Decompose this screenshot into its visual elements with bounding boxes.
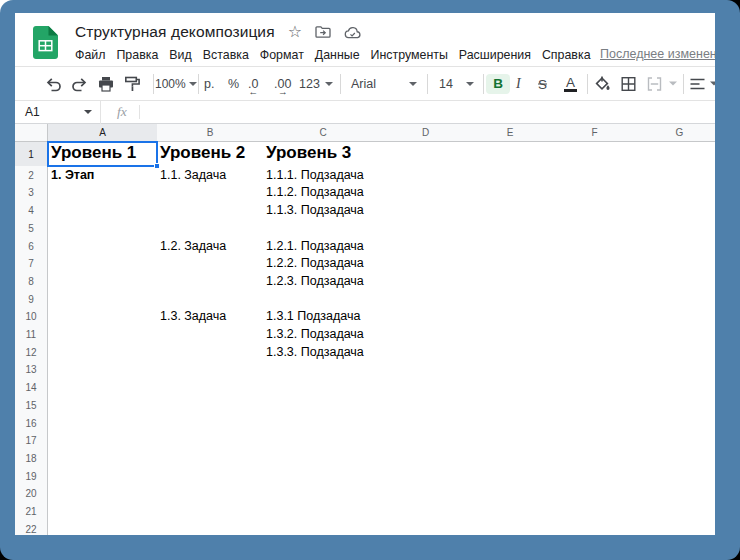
cell-G9[interactable]: [637, 290, 715, 309]
cell-B22[interactable]: [157, 520, 264, 535]
cell-F8[interactable]: [552, 272, 638, 291]
cell-B8[interactable]: [157, 272, 264, 291]
cell-E4[interactable]: [468, 201, 553, 220]
menu-8[interactable]: Расширения: [459, 48, 531, 62]
cell-A13[interactable]: [48, 361, 158, 379]
cell-D18[interactable]: [383, 449, 469, 468]
cell-A22[interactable]: [48, 520, 158, 535]
cell-A11[interactable]: [48, 325, 158, 344]
column-header-F[interactable]: F: [552, 124, 638, 142]
cell-G4[interactable]: [637, 201, 715, 220]
cell-G7[interactable]: [637, 255, 715, 273]
cell-A4[interactable]: [48, 201, 158, 220]
increase-decimals-button[interactable]: .00→: [274, 77, 291, 91]
cell-D21[interactable]: [383, 502, 469, 521]
cell-G20[interactable]: [637, 485, 715, 503]
cell-G3[interactable]: [637, 184, 715, 202]
cell-B21[interactable]: [157, 502, 264, 521]
cell-C5[interactable]: [263, 219, 384, 238]
cell-D8[interactable]: [383, 272, 469, 291]
undo-button[interactable]: [45, 76, 63, 92]
cell-E2[interactable]: [468, 166, 553, 185]
cell-E19[interactable]: [468, 467, 553, 486]
cell-C13[interactable]: [263, 361, 384, 379]
cell-F15[interactable]: [552, 396, 638, 415]
cell-E20[interactable]: [468, 485, 553, 503]
cell-G19[interactable]: [637, 467, 715, 486]
cell-F13[interactable]: [552, 361, 638, 379]
cell-E21[interactable]: [468, 502, 553, 521]
row-header-6[interactable]: 6: [15, 237, 48, 256]
cell-B14[interactable]: [157, 378, 264, 397]
cell-A8[interactable]: [48, 272, 158, 291]
cell-E10[interactable]: [468, 308, 553, 326]
cell-E18[interactable]: [468, 449, 553, 468]
cell-G14[interactable]: [637, 378, 715, 397]
cell-B7[interactable]: [157, 255, 264, 273]
cell-E7[interactable]: [468, 255, 553, 273]
column-header-E[interactable]: E: [468, 124, 553, 142]
cell-F22[interactable]: [552, 520, 638, 535]
cell-A17[interactable]: [48, 432, 158, 450]
cell-D4[interactable]: [383, 201, 469, 220]
row-header-10[interactable]: 10: [15, 308, 48, 326]
row-header-7[interactable]: 7: [15, 255, 48, 273]
cell-C20[interactable]: [263, 485, 384, 503]
cell-E9[interactable]: [468, 290, 553, 309]
format-currency-button[interactable]: р.: [204, 77, 214, 91]
cell-A14[interactable]: [48, 378, 158, 397]
number-format-button[interactable]: 123: [299, 77, 333, 91]
column-header-G[interactable]: G: [637, 124, 715, 142]
decrease-decimals-button[interactable]: .0←: [248, 77, 258, 91]
cell-A16[interactable]: [48, 414, 158, 433]
zoom-select[interactable]: 100%: [155, 77, 197, 91]
cell-E8[interactable]: [468, 272, 553, 291]
cell-B16[interactable]: [157, 414, 264, 433]
menu-1[interactable]: Файл: [75, 48, 105, 62]
cell-D15[interactable]: [383, 396, 469, 415]
cell-A10[interactable]: [48, 308, 158, 326]
row-header-2[interactable]: 2: [15, 166, 48, 185]
cell-A20[interactable]: [48, 485, 158, 503]
cell-B19[interactable]: [157, 467, 264, 486]
sheets-logo-icon[interactable]: [33, 26, 58, 59]
menu-3[interactable]: Вид: [169, 48, 191, 62]
cell-E3[interactable]: [468, 184, 553, 202]
cell-G10[interactable]: [637, 308, 715, 326]
cell-E22[interactable]: [468, 520, 553, 535]
italic-button[interactable]: I: [516, 76, 521, 92]
cell-F19[interactable]: [552, 467, 638, 486]
cell-D6[interactable]: [383, 237, 469, 256]
cell-A7[interactable]: [48, 255, 158, 273]
cell-F9[interactable]: [552, 290, 638, 309]
cell-F10[interactable]: [552, 308, 638, 326]
cell-B17[interactable]: [157, 432, 264, 450]
cell-E14[interactable]: [468, 378, 553, 397]
cell-B15[interactable]: [157, 396, 264, 415]
cell-F1[interactable]: [552, 142, 638, 167]
cell-B4[interactable]: [157, 201, 264, 220]
cell-F5[interactable]: [552, 219, 638, 238]
row-header-5[interactable]: 5: [15, 219, 48, 238]
cell-D16[interactable]: [383, 414, 469, 433]
menu-2[interactable]: Правка: [116, 48, 158, 62]
cell-G12[interactable]: [637, 343, 715, 362]
cell-A18[interactable]: [48, 449, 158, 468]
cell-F20[interactable]: [552, 485, 638, 503]
column-header-A[interactable]: A: [48, 124, 158, 142]
menu-9[interactable]: Справка: [542, 48, 591, 62]
redo-button[interactable]: [70, 76, 88, 92]
row-header-12[interactable]: 12: [15, 343, 48, 362]
cell-G16[interactable]: [637, 414, 715, 433]
star-icon[interactable]: ☆: [288, 24, 302, 40]
selection-fill-handle[interactable]: [154, 163, 160, 169]
cell-B3[interactable]: [157, 184, 264, 202]
cell-A9[interactable]: [48, 290, 158, 309]
print-button[interactable]: [97, 75, 115, 92]
cell-E11[interactable]: [468, 325, 553, 344]
cell-A21[interactable]: [48, 502, 158, 521]
grid-corner[interactable]: [15, 124, 48, 142]
cell-A6[interactable]: [48, 237, 158, 256]
cell-E6[interactable]: [468, 237, 553, 256]
row-header-4[interactable]: 4: [15, 201, 48, 220]
